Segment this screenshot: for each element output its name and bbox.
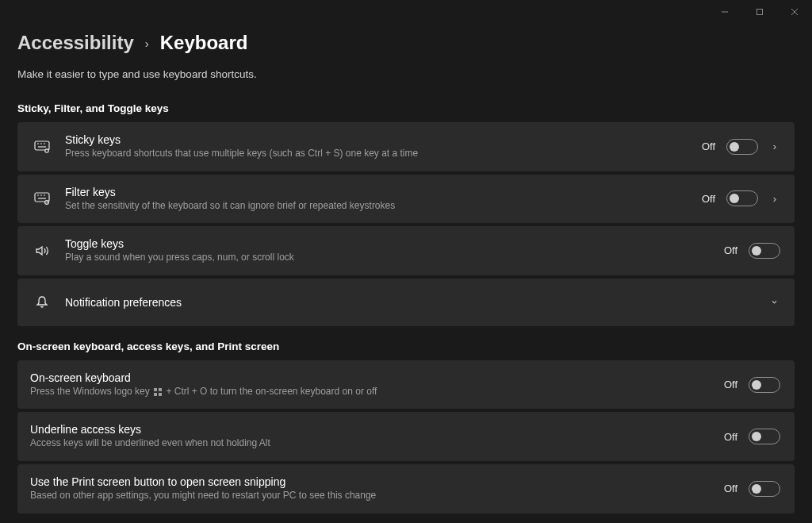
card-notification-preferences[interactable]: Notification preferences › (17, 279, 795, 326)
notification-preferences-title: Notification preferences (65, 296, 769, 309)
bell-icon (29, 295, 56, 310)
osk-toggle[interactable] (749, 377, 780, 393)
section-header-keys: Sticky, Filter, and Toggle keys (17, 102, 795, 114)
sound-icon (29, 244, 56, 257)
underline-state: Off (724, 431, 737, 443)
filter-keys-toggle[interactable] (726, 190, 758, 206)
printscreen-title: Use the Print screen button to open scre… (30, 475, 724, 488)
card-on-screen-keyboard[interactable]: On-screen keyboard Press the Windows log… (17, 360, 795, 410)
underline-desc: Access keys will be underlined even when… (30, 437, 724, 450)
chevron-right-icon[interactable]: › (769, 193, 780, 205)
card-print-screen-snipping[interactable]: Use the Print screen button to open scre… (17, 464, 795, 513)
toggle-keys-state: Off (724, 244, 737, 256)
svg-point-9 (45, 149, 48, 152)
osk-desc: Press the Windows logo key + Ctrl + O to… (30, 386, 724, 398)
section-keys-cards: Sticky keys Press keyboard shortcuts tha… (17, 122, 795, 326)
minimize-button[interactable] (707, 0, 742, 24)
windows-logo-icon (154, 388, 162, 396)
osk-title: On-screen keyboard (30, 371, 724, 384)
filter-keys-state: Off (702, 193, 715, 205)
breadcrumb: Accessibility › Keyboard (17, 32, 795, 54)
card-underline-access-keys[interactable]: Underline access keys Access keys will b… (17, 412, 795, 461)
underline-title: Underline access keys (30, 423, 724, 436)
chevron-right-icon: › (145, 37, 149, 50)
breadcrumb-parent[interactable]: Accessibility (17, 32, 134, 54)
toggle-keys-desc: Play a sound when you press caps, num, o… (65, 252, 724, 264)
printscreen-toggle[interactable] (749, 481, 780, 497)
section-osk-cards: On-screen keyboard Press the Windows log… (17, 360, 795, 513)
card-filter-keys[interactable]: Filter keys Set the sensitivity of the k… (17, 175, 795, 224)
filter-keys-desc: Set the sensitivity of the keyboard so i… (65, 200, 702, 213)
sticky-keys-desc: Press keyboard shortcuts that use multip… (65, 148, 702, 160)
section-header-osk: On-screen keyboard, access keys, and Pri… (17, 340, 795, 352)
sticky-keys-state: Off (702, 140, 715, 152)
printscreen-desc: Based on other app settings, you might n… (30, 490, 724, 502)
osk-state: Off (724, 379, 737, 390)
sticky-keys-toggle[interactable] (726, 139, 758, 155)
maximize-button[interactable] (742, 0, 777, 24)
page-subtitle: Make it easier to type and use keyboard … (17, 68, 795, 80)
settings-content: Accessibility › Keyboard Make it easier … (0, 0, 812, 523)
card-toggle-keys[interactable]: Toggle keys Play a sound when you press … (17, 226, 795, 275)
chevron-right-icon[interactable]: › (769, 140, 780, 152)
breadcrumb-current: Keyboard (160, 32, 248, 54)
keyboard-sticky-icon (29, 140, 56, 153)
underline-toggle[interactable] (749, 429, 780, 444)
keyboard-filter-icon (29, 192, 56, 205)
chevron-down-icon[interactable]: › (769, 295, 781, 309)
window-titlebar (707, 0, 812, 24)
filter-keys-title: Filter keys (65, 186, 702, 198)
toggle-keys-title: Toggle keys (65, 237, 724, 250)
toggle-keys-toggle[interactable] (749, 243, 780, 259)
sticky-keys-title: Sticky keys (65, 133, 702, 146)
svg-rect-1 (757, 10, 763, 15)
card-sticky-keys[interactable]: Sticky keys Press keyboard shortcuts tha… (17, 122, 795, 171)
close-button[interactable] (777, 0, 812, 24)
printscreen-state: Off (724, 483, 737, 494)
